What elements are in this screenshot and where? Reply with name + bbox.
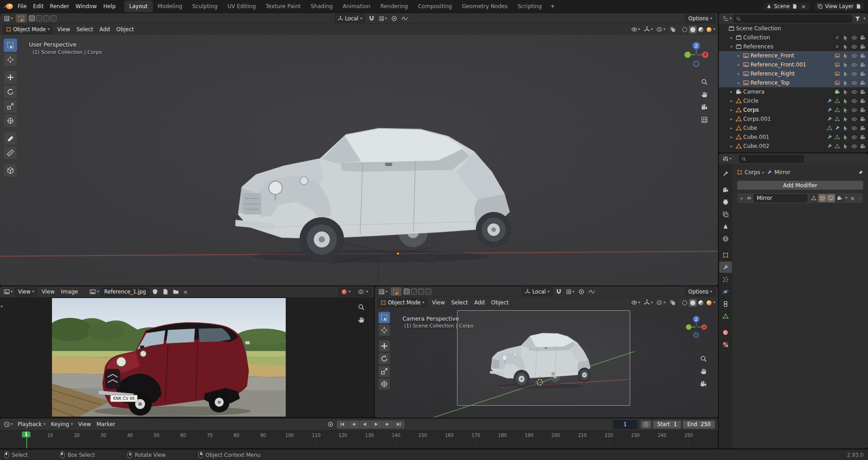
outliner-search-input[interactable] [734, 15, 852, 23]
outliner-row[interactable]: ▸Circle [719, 96, 868, 105]
visibility-icon[interactable] [851, 53, 857, 59]
shading-rendered-button[interactable] [705, 26, 713, 33]
selectable-icon[interactable] [843, 134, 849, 140]
image-menu-view[interactable]: View [38, 288, 57, 296]
car-model[interactable] [228, 119, 522, 268]
frame-end-field[interactable]: End250 [683, 420, 715, 429]
viewport-menu-view[interactable]: View [54, 25, 73, 33]
render-visibility-icon[interactable] [860, 143, 866, 149]
visibility-icon[interactable] [851, 62, 857, 68]
active-tool-button[interactable] [16, 14, 27, 23]
expand-arrow-icon[interactable]: ▸ [736, 53, 741, 58]
tool-scale[interactable] [4, 100, 17, 113]
modifier-toggle-on-cage[interactable] [810, 194, 818, 202]
select-mode-subtract[interactable] [418, 289, 424, 294]
outliner-row[interactable]: ▸Corps.001 [719, 114, 868, 123]
proportional-falloff-dropdown[interactable] [588, 289, 596, 295]
pan-hand-icon[interactable] [358, 316, 365, 323]
selectable-icon[interactable] [843, 116, 849, 122]
select-mode-intersect[interactable] [425, 289, 431, 294]
tool-add-cube[interactable] [4, 164, 17, 177]
show-gizmo-dropdown[interactable]: ▾ [643, 299, 654, 306]
viewport-menu-object[interactable]: Object [113, 25, 137, 33]
timeline[interactable]: ▾ Playback▾Keying▾ViewMarker 1 Start1 En… [0, 418, 718, 448]
new-view-layer-icon[interactable] [856, 4, 861, 9]
new-image-icon[interactable] [161, 288, 170, 296]
workspace-tab-geometry-nodes[interactable]: Geometry Nodes [457, 0, 513, 12]
properties-tab-particles[interactable] [719, 274, 732, 285]
properties-tab-constraints[interactable] [719, 298, 732, 309]
add-workspace-button[interactable]: + [547, 0, 558, 12]
tool-transform[interactable] [4, 114, 17, 128]
scene-selector[interactable]: Scene × [763, 2, 811, 11]
timeline-menu-playback[interactable]: Playback▾ [15, 420, 48, 428]
workspace-tab-compositing[interactable]: Compositing [413, 0, 457, 12]
viewport-menu-select[interactable]: Select [73, 25, 96, 33]
viewport-3d[interactable]: ▾ Local▾ ▾ Options▾ Object Mode▾ ViewSel… [0, 13, 718, 285]
properties-editor[interactable]: ▾ Corps ▸ Mirror Add Modifier ▸ Mirror ▾ [719, 153, 868, 448]
object-visibility-dropdown[interactable]: ▾ [630, 299, 641, 306]
expand-arrow-icon[interactable]: ▸ [729, 135, 734, 139]
visibility-icon[interactable] [851, 80, 857, 86]
3d-cursor[interactable] [534, 376, 546, 388]
workspace-tab-scripting[interactable]: Scripting [513, 0, 547, 12]
auto-keying-toggle[interactable] [326, 420, 335, 429]
editor-type-dropdown[interactable]: ▾ [722, 156, 732, 162]
snap-target-dropdown[interactable]: ▾ [565, 289, 575, 294]
object-origin[interactable] [397, 252, 399, 255]
selectable-icon[interactable] [843, 98, 849, 104]
pin-icon[interactable] [858, 170, 863, 175]
editor-type-dropdown[interactable]: ▾ [3, 15, 14, 22]
outliner-row[interactable]: ▸Corps [719, 105, 868, 114]
menu-edit[interactable]: Edit [30, 2, 47, 10]
workspace-tab-layout[interactable]: Layout [124, 0, 153, 12]
tool-rotate[interactable] [4, 85, 17, 99]
viewport-camera[interactable]: ▾ Local▾ ▾ Options▾ Object Mode▾ ViewSel… [375, 286, 718, 417]
properties-tab-texture[interactable] [719, 339, 732, 350]
visibility-icon[interactable] [851, 134, 857, 140]
delete-modifier-button[interactable]: × [849, 195, 856, 202]
region-expand-icon[interactable]: ▸ [1, 304, 3, 308]
pan-hand-icon[interactable] [701, 91, 708, 98]
show-overlays-dropdown[interactable]: ▾ [656, 26, 666, 33]
use-preview-range-toggle[interactable] [641, 420, 651, 429]
shading-material-button[interactable] [697, 26, 705, 33]
outliner-row[interactable]: ▸Cube.001 [719, 133, 868, 142]
collection-checkbox[interactable]: ✓ [835, 44, 840, 49]
show-gizmo-dropdown[interactable]: ▾ [643, 26, 654, 33]
pan-hand-icon[interactable] [700, 368, 707, 375]
select-mode-extend[interactable] [411, 289, 417, 294]
outliner[interactable]: ▾ ▾ Scene Collection▸Collection✓▾Referen… [719, 13, 868, 152]
navigation-gizmo[interactable]: Z X [684, 314, 709, 340]
image-canvas[interactable]: ▸ [0, 297, 374, 417]
image-datablock-name[interactable]: Reference_1.jpg [101, 288, 149, 296]
image-overlay-dropdown[interactable]: ▾ [355, 288, 371, 296]
properties-tab-tool[interactable] [719, 168, 732, 179]
outliner-row[interactable]: ▸Cube [719, 123, 868, 133]
playback-play-reverse-button[interactable] [359, 421, 370, 428]
render-visibility-icon[interactable] [860, 62, 866, 68]
modifier-toggle-realtime[interactable] [827, 194, 835, 202]
selectable-icon[interactable] [843, 125, 849, 131]
properties-tab-scene[interactable] [719, 221, 732, 232]
zoom-icon[interactable] [700, 355, 707, 362]
visibility-icon[interactable] [851, 125, 857, 131]
reference-photo[interactable]: KNK CV 46 [52, 298, 286, 417]
camera-menu-object[interactable]: Object [488, 299, 512, 307]
unlink-scene-icon[interactable]: × [800, 3, 807, 10]
select-mode-intersect[interactable] [51, 15, 57, 21]
properties-tab-world[interactable] [719, 233, 732, 244]
outliner-row[interactable]: ▸Reference_Front.001 [719, 60, 868, 69]
playback-jump-end-button[interactable] [393, 421, 404, 428]
camera-menu-select[interactable]: Select [448, 299, 471, 307]
editor-type-dropdown[interactable]: ▾ [3, 289, 14, 295]
image-mode-dropdown[interactable]: View▾ [15, 288, 37, 296]
expand-arrow-icon[interactable]: ▸ [729, 90, 734, 94]
outliner-row[interactable]: ▸Cube.002 [719, 142, 868, 151]
selectable-icon[interactable] [843, 89, 849, 95]
axis-x-label[interactable]: X [703, 325, 705, 329]
menu-help[interactable]: Help [100, 2, 118, 10]
properties-tab-output[interactable] [719, 196, 732, 208]
orthographic-grid-icon[interactable] [701, 116, 708, 123]
outliner-row[interactable]: ▾References✓ [719, 42, 868, 51]
